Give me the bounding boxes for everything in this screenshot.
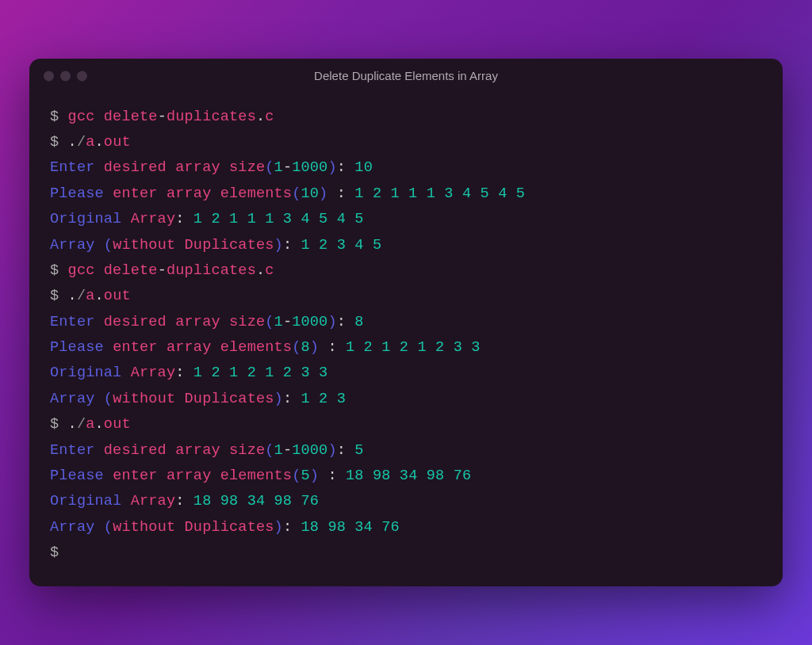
- terminal-token: .: [68, 416, 77, 433]
- terminal-token: $: [50, 288, 68, 304]
- terminal-token: 1 2 1 1 1 3 4 5 4 5: [354, 185, 525, 202]
- window-title: Delete Duplicate Elements in Array: [42, 69, 770, 82]
- maximize-icon[interactable]: [77, 71, 87, 81]
- terminal-token: 10: [301, 185, 319, 202]
- terminal-line: Original Array: 1 2 1 1 1 3 4 5 4 5: [50, 207, 762, 232]
- terminal-token: 1000: [292, 314, 327, 330]
- terminal-token: :: [283, 391, 301, 407]
- terminal-token: ): [274, 391, 283, 407]
- terminal-token: Original: [50, 364, 131, 381]
- terminal-token: enter array elements: [113, 468, 292, 484]
- terminal-token: Please: [50, 468, 113, 484]
- terminal-line: $ ./a.out: [50, 284, 762, 309]
- terminal-token: $: [50, 544, 68, 561]
- terminal-token: 5: [301, 468, 309, 484]
- terminal-token: Please: [50, 339, 113, 356]
- terminal-token: Original: [50, 493, 131, 510]
- terminal-token: Array: [131, 211, 176, 227]
- terminal-token: :: [283, 237, 301, 254]
- terminal-token: :: [337, 314, 355, 330]
- terminal-token: /: [77, 288, 86, 304]
- terminal-token: 1000: [292, 442, 327, 459]
- terminal-token: :: [337, 442, 355, 459]
- terminal-token: a: [86, 134, 94, 151]
- terminal-token: :: [283, 519, 301, 536]
- terminal-token: :: [175, 211, 193, 227]
- terminal-token: :: [337, 185, 355, 202]
- terminal-token: :: [175, 364, 193, 381]
- terminal-token: -: [283, 314, 292, 330]
- terminal-token: without Duplicates: [113, 391, 274, 407]
- terminal-token: ): [274, 237, 283, 254]
- terminal-token: ): [319, 185, 337, 202]
- terminal-token: 18 98 34 76: [301, 519, 399, 536]
- terminal-token: $: [50, 109, 68, 125]
- terminal-token: $: [50, 416, 68, 433]
- terminal-token: duplicates: [167, 262, 256, 279]
- terminal-line: Enter desired array size(1-1000): 5: [50, 438, 762, 464]
- terminal-token: Enter: [50, 442, 104, 459]
- terminal-token: Original: [50, 211, 131, 227]
- terminal-token: gcc delete: [68, 262, 158, 279]
- terminal-window: Delete Duplicate Elements in Array $ gcc…: [29, 59, 783, 587]
- terminal-token: Please: [50, 185, 113, 202]
- terminal-line: $ gcc delete-duplicates.c: [50, 105, 762, 130]
- terminal-line: Enter desired array size(1-1000): 8: [50, 310, 762, 335]
- terminal-token: .: [95, 288, 104, 304]
- terminal-token: ): [274, 519, 283, 536]
- terminal-token: :: [327, 468, 346, 484]
- terminal-token: (: [265, 159, 274, 176]
- terminal-token: without Duplicates: [113, 237, 274, 254]
- terminal-token: gcc delete: [68, 109, 158, 125]
- terminal-line: $ ./a.out: [50, 130, 762, 155]
- terminal-token: ): [327, 442, 336, 459]
- terminal-token: 18 98 34 98 76: [346, 468, 471, 484]
- terminal-token: Array (: [50, 391, 113, 407]
- terminal-token: 1: [274, 442, 283, 459]
- terminal-token: .: [68, 288, 77, 304]
- terminal-token: .: [95, 416, 104, 433]
- terminal-line: Please enter array elements(8) : 1 2 1 2…: [50, 335, 762, 361]
- terminal-token: duplicates: [167, 109, 256, 125]
- terminal-token: Array: [131, 364, 176, 381]
- terminal-token: 10: [354, 159, 373, 176]
- terminal-token: 1 2 3: [301, 391, 346, 407]
- terminal-line: Array (without Duplicates): 18 98 34 76: [50, 515, 762, 540]
- terminal-token: 1: [274, 159, 283, 176]
- terminal-token: out: [104, 134, 131, 151]
- terminal-token: 5: [354, 442, 363, 459]
- terminal-token: 1 2 1 2 1 2 3 3: [346, 339, 481, 356]
- terminal-token: c: [265, 109, 274, 125]
- terminal-token: out: [104, 288, 131, 304]
- terminal-token: ): [327, 159, 336, 176]
- terminal-line: Array (without Duplicates): 1 2 3: [50, 387, 762, 412]
- terminal-token: (: [292, 339, 301, 356]
- terminal-token: desired array size: [104, 159, 265, 176]
- terminal-token: .: [95, 134, 104, 151]
- minimize-icon[interactable]: [60, 71, 71, 81]
- terminal-token: :: [327, 339, 346, 356]
- terminal-token: :: [337, 159, 355, 176]
- terminal-line: Array (without Duplicates): 1 2 3 4 5: [50, 233, 762, 258]
- terminal-line: Please enter array elements(10) : 1 2 1 …: [50, 181, 762, 207]
- terminal-token: $: [50, 134, 68, 151]
- terminal-token: -: [158, 109, 167, 125]
- close-icon[interactable]: [44, 71, 54, 81]
- terminal-token: -: [283, 159, 292, 176]
- terminal-token: desired array size: [104, 442, 265, 459]
- terminal-token: 1 2 1 1 1 3 4 5 4 5: [193, 211, 364, 227]
- terminal-line: Original Array: 18 98 34 98 76: [50, 489, 762, 514]
- terminal-token: ): [327, 314, 336, 330]
- terminal-token: out: [104, 416, 131, 433]
- terminal-token: 1000: [292, 159, 327, 176]
- terminal-body[interactable]: $ gcc delete-duplicates.c$ ./a.outEnter …: [29, 94, 783, 587]
- terminal-token: enter array elements: [113, 185, 292, 202]
- terminal-token: 8: [301, 339, 309, 356]
- terminal-token: 1 2 3 4 5: [301, 237, 381, 254]
- terminal-line: Please enter array elements(5) : 18 98 3…: [50, 464, 762, 489]
- terminal-line: $ ./a.out: [50, 412, 762, 437]
- terminal-token: a: [86, 288, 94, 304]
- terminal-line: $ gcc delete-duplicates.c: [50, 258, 762, 284]
- terminal-line: Original Array: 1 2 1 2 1 2 3 3: [50, 361, 762, 386]
- terminal-token: (: [265, 442, 274, 459]
